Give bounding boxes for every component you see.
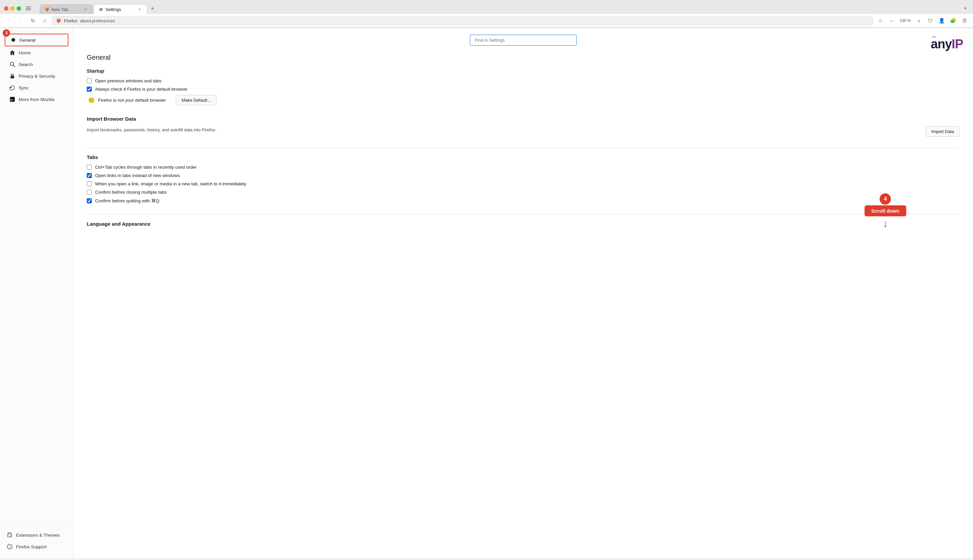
home-icon xyxy=(9,50,15,56)
sidebar-item-extensions[interactable]: Extensions & Themes xyxy=(2,529,71,541)
import-title: Import Browser Data xyxy=(87,116,960,122)
sidebar-item-extensions-label: Extensions & Themes xyxy=(16,533,60,538)
scroll-label: Scroll down xyxy=(864,205,906,216)
anyip-text-row: any IP xyxy=(931,37,963,51)
find-bar-row xyxy=(87,35,960,46)
divider-1 xyxy=(87,147,960,148)
gear-icon xyxy=(10,37,16,43)
puzzle-icon xyxy=(7,532,13,538)
forward-button[interactable]: › xyxy=(16,16,25,25)
confirm-quit-row: Confirm before quitting with ⌘Q xyxy=(87,198,960,203)
find-in-settings-input[interactable] xyxy=(470,35,577,46)
switch-tab-checkbox[interactable] xyxy=(87,181,92,186)
default-notice-text: Firefox is not your default browser xyxy=(98,98,166,103)
sidebar-item-sync[interactable]: Sync xyxy=(5,82,69,93)
open-links-label: Open links in tabs instead of new window… xyxy=(95,173,180,178)
tab-settings-close[interactable]: ✕ xyxy=(137,7,142,12)
sidebar-item-home-label: Home xyxy=(19,50,31,55)
open-prev-row: Open previous windows and tabs xyxy=(87,78,960,83)
switch-tab-label: When you open a link, image or media in … xyxy=(95,181,246,186)
shield-button[interactable]: 🛡 xyxy=(926,16,935,25)
zoom-increase-button[interactable]: + xyxy=(914,16,924,25)
switch-tab-row: When you open a link, image or media in … xyxy=(87,181,960,186)
svg-line-4 xyxy=(13,65,15,67)
make-default-button[interactable]: Make Default... xyxy=(176,95,216,105)
tab-bar: 🦊 New Tab ✕ ⚙ Settings ✕ + xyxy=(36,4,959,14)
traffic-lights xyxy=(4,6,21,11)
tab-settings-label: Settings xyxy=(105,7,121,12)
svg-rect-5 xyxy=(11,76,14,78)
import-section: Import Browser Data Import bookmarks, pa… xyxy=(87,116,960,137)
back-button[interactable]: ‹ xyxy=(4,16,13,25)
tab-settings[interactable]: ⚙ Settings ✕ xyxy=(94,4,147,14)
menu-button[interactable]: ☰ xyxy=(960,16,969,25)
sidebar-item-search[interactable]: Search xyxy=(5,59,69,70)
page-title: General xyxy=(87,54,960,61)
sidebar-item-privacy[interactable]: Privacy & Security xyxy=(5,70,69,82)
svg-text:?: ? xyxy=(9,545,11,549)
default-check-checkbox[interactable] xyxy=(87,87,92,92)
account-button[interactable]: 👤 xyxy=(937,16,946,25)
import-data-button[interactable]: Import Data xyxy=(926,126,960,137)
settings-favicon: ⚙ xyxy=(99,7,104,12)
sidebar-item-more-mozilla[interactable]: m More from Mozilla xyxy=(5,94,69,105)
zoom-decrease-button[interactable]: − xyxy=(887,16,896,25)
language-title: Language and Appearance xyxy=(87,221,960,227)
tab-new-tab[interactable]: 🦊 New Tab ✕ xyxy=(40,4,93,14)
open-prev-checkbox[interactable] xyxy=(87,78,92,83)
help-icon: ? xyxy=(7,544,13,550)
confirm-quit-label: Confirm before quitting with ⌘Q xyxy=(95,198,159,203)
scroll-step-badge: 4 xyxy=(879,193,891,205)
sidebar-item-support-label: Firefox Support xyxy=(16,544,47,549)
sidebar-item-support[interactable]: ? Firefox Support xyxy=(2,541,71,552)
home-button[interactable]: ⌂ xyxy=(40,16,49,25)
general-item-wrap: 3 General xyxy=(3,33,70,47)
address-text: about:preferences xyxy=(80,18,115,23)
mozilla-icon: m xyxy=(9,96,15,102)
reload-button[interactable]: ↻ xyxy=(28,16,37,25)
new-tab-button[interactable]: + xyxy=(148,4,157,13)
ctrl-tab-checkbox[interactable] xyxy=(87,165,92,170)
maximize-button[interactable] xyxy=(17,6,21,11)
sidebar-item-more-mozilla-label: More from Mozilla xyxy=(19,97,54,102)
address-bar[interactable]: 🦊 Firefox about:preferences xyxy=(52,16,873,25)
tab-expand-button[interactable]: ▾ xyxy=(962,5,969,12)
sidebar-main-items: 3 General Home Search xyxy=(0,33,73,109)
tabs-section: Tabs Ctrl+Tab cycles through tabs in rec… xyxy=(87,154,960,203)
confirm-quit-checkbox[interactable] xyxy=(87,198,92,203)
startup-title: Startup xyxy=(87,68,960,74)
import-desc: Import bookmarks, passwords, history, an… xyxy=(87,127,912,132)
new-tab-favicon: 🦊 xyxy=(45,7,49,12)
sidebar-item-general[interactable]: General xyxy=(5,34,69,46)
tab-new-tab-close[interactable]: ✕ xyxy=(83,7,88,12)
anyip-logo: any IP xyxy=(931,33,963,51)
minimize-button[interactable] xyxy=(10,6,15,11)
sidebar-bottom: Extensions & Themes ? Firefox Support xyxy=(0,525,73,553)
sidebar-item-privacy-label: Privacy & Security xyxy=(19,74,55,79)
divider-2 xyxy=(87,214,960,214)
open-links-row: Open links in tabs instead of new window… xyxy=(87,173,960,178)
svg-text:m: m xyxy=(10,98,13,101)
search-icon xyxy=(9,61,15,67)
close-button[interactable] xyxy=(4,6,8,11)
nav-bar: ‹ › ↻ ⌂ 🦊 Firefox about:preferences ☆ − … xyxy=(0,14,973,28)
sidebar-item-search-label: Search xyxy=(19,62,33,67)
extensions-button[interactable]: 🧩 xyxy=(948,16,958,25)
language-section: Language and Appearance xyxy=(87,221,960,227)
startup-section: Startup Open previous windows and tabs A… xyxy=(87,68,960,105)
bookmark-star-button[interactable]: ☆ xyxy=(876,16,885,25)
ctrl-tab-row: Ctrl+Tab cycles through tabs in recently… xyxy=(87,165,960,170)
sidebar-item-general-label: General xyxy=(19,38,35,43)
svg-rect-2 xyxy=(26,10,31,10)
svg-rect-1 xyxy=(26,8,31,9)
firefox-label: Firefox xyxy=(64,18,77,23)
sidebar-toggle-icon[interactable] xyxy=(24,5,33,11)
open-links-checkbox[interactable] xyxy=(87,173,92,178)
tab-new-tab-label: New Tab xyxy=(52,7,68,12)
firefox-logo-icon: 🦊 xyxy=(56,18,62,23)
tabs-title: Tabs xyxy=(87,154,960,160)
open-prev-label: Open previous windows and tabs xyxy=(95,78,162,83)
confirm-close-checkbox[interactable] xyxy=(87,190,92,195)
sidebar-item-home[interactable]: Home xyxy=(5,47,69,58)
svg-rect-0 xyxy=(26,7,31,7)
